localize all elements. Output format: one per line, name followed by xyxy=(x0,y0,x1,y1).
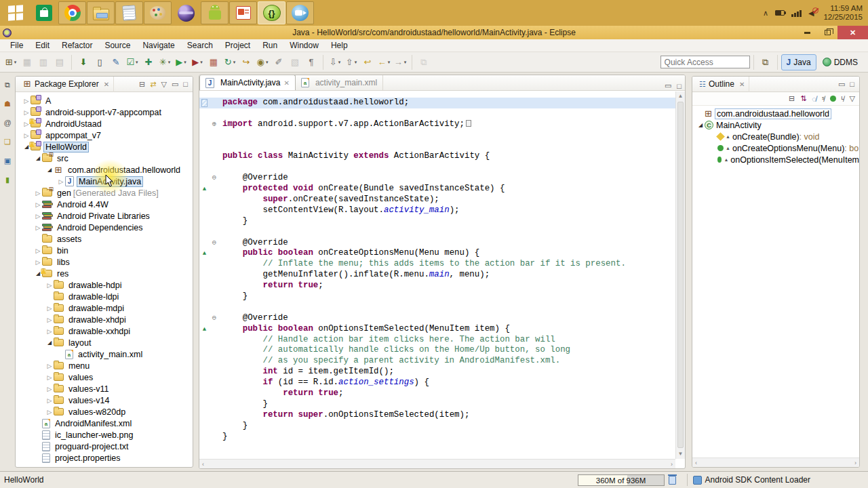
minimize-editor-icon[interactable]: ▭ xyxy=(665,81,671,90)
minimize-view-icon[interactable]: ▭ xyxy=(838,80,845,89)
collapse-arrow-icon[interactable]: ◢ xyxy=(45,167,54,173)
hidden-icons-chevron-icon[interactable]: ∧ xyxy=(763,9,768,18)
expand-arrow-icon[interactable]: ▷ xyxy=(34,259,42,266)
run-button[interactable]: ▶▾ xyxy=(174,55,189,70)
new-java-class-button[interactable]: ☑▾ xyxy=(125,55,140,70)
tree-item[interactable]: ▷Android Private Libraries xyxy=(16,210,193,222)
show-whitespace-button[interactable]: ¶ xyxy=(304,55,319,70)
fold-toggle-icon[interactable]: ⊖ xyxy=(210,173,219,184)
expand-arrow-icon[interactable]: ▷ xyxy=(22,132,31,139)
forward-button[interactable]: →▾ xyxy=(393,55,408,70)
garbage-collect-icon[interactable] xyxy=(669,476,676,485)
menu-source[interactable]: Source xyxy=(98,39,136,52)
prev-annotation-button[interactable]: ⇧▾ xyxy=(344,55,359,70)
editor-tab-MainActivity.java[interactable]: JMainActivity.java✕ xyxy=(199,75,296,90)
tree-item[interactable]: ◢res xyxy=(16,268,193,279)
external-tools-button[interactable]: ✐ xyxy=(271,55,286,70)
fold-toggle-icon[interactable]: ⊖ xyxy=(210,313,219,324)
taskbar-powerpoint-icon[interactable] xyxy=(229,1,257,24)
lint-button[interactable]: ✎ xyxy=(108,55,123,70)
tree-item[interactable]: ◢src xyxy=(16,152,193,164)
menu-project[interactable]: Project xyxy=(219,39,256,52)
next-annotation-button[interactable]: ⇩▾ xyxy=(328,55,342,70)
taskbar-notepad-icon[interactable] xyxy=(115,1,143,24)
close-view-icon[interactable]: ✕ xyxy=(739,81,745,88)
sort-icon[interactable]: ⇅ xyxy=(800,94,806,103)
close-tab-icon[interactable]: ✕ xyxy=(283,79,289,87)
new-junit-button[interactable]: ↻▾ xyxy=(222,55,237,70)
expand-arrow-icon[interactable]: ▷ xyxy=(34,201,42,208)
hide-static-members-icon[interactable]: ˢ̸ xyxy=(822,95,825,103)
expand-arrow-icon[interactable]: ▷ xyxy=(45,409,54,415)
tab-package-explorer[interactable]: ⊞ Package Explorer ✕ xyxy=(18,77,114,92)
expand-arrow-icon[interactable]: ▷ xyxy=(45,305,54,312)
tree-item[interactable]: ▷values-w820dp xyxy=(16,406,193,418)
logcat-view-icon[interactable]: ▮ xyxy=(2,174,13,185)
menu-file[interactable]: File xyxy=(4,39,29,52)
tree-item[interactable]: ▷gen [Generated Java Files] xyxy=(16,187,193,199)
menu-help[interactable]: Help xyxy=(325,39,354,52)
menu-refactor[interactable]: Refactor xyxy=(56,39,98,52)
expand-arrow-icon[interactable]: ▷ xyxy=(45,363,54,369)
minimize-button[interactable] xyxy=(797,26,817,39)
coverage-button[interactable]: ▦ xyxy=(206,55,221,70)
taskbar-windows-start-icon[interactable] xyxy=(1,1,29,24)
taskbar-android-icon[interactable] xyxy=(201,1,229,24)
expand-arrow-icon[interactable]: ▷ xyxy=(57,178,65,185)
expand-arrow-icon[interactable]: ▷ xyxy=(34,213,42,220)
collapse-all-icon[interactable]: ⊟ xyxy=(139,80,145,89)
tree-item[interactable]: ▷Android 4.4W xyxy=(16,199,193,210)
taskbar-file-explorer-icon[interactable] xyxy=(87,1,115,24)
code-editor[interactable]: package com.androidustaad.helloworld;⊕im… xyxy=(199,92,675,459)
expand-arrow-icon[interactable]: ▷ xyxy=(45,317,54,323)
link-with-editor-icon[interactable]: ⇄ xyxy=(150,80,156,89)
menu-window[interactable]: Window xyxy=(283,39,325,52)
expand-arrow-icon[interactable]: ▷ xyxy=(22,109,31,116)
perspective-ddms[interactable]: DDMS xyxy=(818,54,863,70)
taskbar-chrome-icon[interactable] xyxy=(58,1,86,24)
outline-item[interactable]: ▲onCreateOptionsMenu(Menu) : bo xyxy=(692,142,859,154)
hide-non-public-icon[interactable] xyxy=(830,96,836,102)
new-android-project-button[interactable]: ✚ xyxy=(141,55,156,70)
tree-item[interactable]: ▷values-v11 xyxy=(16,383,193,394)
outline-horizontal-scrollbar[interactable]: ‹› xyxy=(692,458,859,467)
close-button[interactable]: ✕ xyxy=(837,26,868,39)
tree-item[interactable]: ▷JMainActivity.java xyxy=(16,176,193,187)
perspective-java[interactable]: JJava xyxy=(781,54,816,70)
tree-item[interactable]: ▷bin xyxy=(16,245,193,256)
tree-item[interactable]: ic_launcher-web.png xyxy=(16,429,193,441)
expand-arrow-icon[interactable]: ▷ xyxy=(45,397,54,404)
collapse-arrow-icon[interactable]: ◢ xyxy=(45,340,54,346)
expand-arrow-icon[interactable]: ▷ xyxy=(45,328,54,335)
collapse-all-icon[interactable]: ⊟ xyxy=(789,94,795,103)
back-button[interactable]: ←▾ xyxy=(376,55,391,70)
taskbar-eclipse-icon[interactable] xyxy=(172,1,200,24)
menu-run[interactable]: Run xyxy=(256,39,283,52)
maximize-editor-icon[interactable]: □ xyxy=(677,82,682,90)
new-wizard-button[interactable]: ⊞▾ xyxy=(3,55,18,70)
open-resource-button[interactable]: ↪ xyxy=(239,55,254,70)
tree-item[interactable]: assets xyxy=(16,233,193,245)
problems-view-icon[interactable]: ☗ xyxy=(2,98,13,109)
tree-item[interactable]: proguard-project.txt xyxy=(16,441,193,452)
quick-access-input[interactable] xyxy=(660,56,750,68)
tree-item[interactable]: ▷drawable-xxhdpi xyxy=(16,325,193,337)
fold-toggle-icon[interactable]: ⊕ xyxy=(210,119,219,130)
menu-search[interactable]: Search xyxy=(181,39,219,52)
close-view-icon[interactable]: ✕ xyxy=(104,81,109,88)
tree-item[interactable]: ▷drawable-hdpi xyxy=(16,279,193,291)
tree-item[interactable]: ▷A xyxy=(16,95,193,106)
open-perspective-button[interactable]: ⧉ xyxy=(758,55,773,70)
avd-manager-button[interactable]: ▯ xyxy=(92,55,107,70)
tree-item[interactable]: ▷android-support-v7-appcompat xyxy=(16,106,193,118)
fold-toggle-icon[interactable]: ⊖ xyxy=(210,238,219,249)
view-menu-icon[interactable]: ▽ xyxy=(161,80,166,89)
editor-vertical-scrollbar[interactable]: ▲▼ xyxy=(675,92,685,459)
outline-item[interactable]: ▲onCreate(Bundle) : void xyxy=(692,131,859,142)
volume-muted-icon[interactable]: ◀ xyxy=(808,9,814,18)
hide-fields-icon[interactable]: ◌̸ xyxy=(812,95,816,103)
tree-item[interactable]: aactivity_main.xml xyxy=(16,348,193,360)
tab-outline[interactable]: ☷ Outline ✕ xyxy=(695,77,749,92)
tree-item[interactable]: ◢HelloWorld xyxy=(16,141,193,152)
tree-item[interactable]: ▷values xyxy=(16,371,193,383)
